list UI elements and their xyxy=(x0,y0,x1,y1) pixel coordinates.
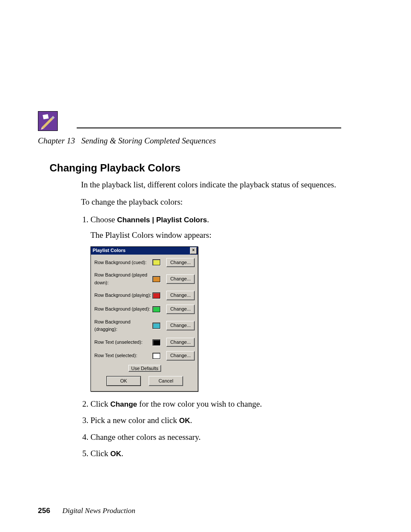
book-title: Digital News Production xyxy=(62,507,135,515)
color-row-dragging: Row Background (dragging): Change... xyxy=(94,318,195,333)
row-label: Row Background (played): xyxy=(94,305,153,313)
change-button[interactable]: Change... xyxy=(166,321,195,330)
cancel-button[interactable]: Cancel xyxy=(149,376,183,386)
playlist-colors-dialog: Playlist Colors × Row Background (cued):… xyxy=(90,246,198,392)
step-1-sublabel: The Playlist Colors window appears: xyxy=(90,229,348,242)
use-defaults-button[interactable]: Use Defaults xyxy=(128,365,162,372)
page-number: 256 xyxy=(38,507,50,515)
intro-paragraph: In the playback list, different colors i… xyxy=(81,178,348,191)
step-1: Choose Channels | Playlist Colors. The P… xyxy=(90,213,348,392)
lead-in-paragraph: To change the playback colors: xyxy=(81,196,348,208)
ok-button[interactable]: OK xyxy=(106,376,141,386)
color-swatch xyxy=(153,323,160,329)
step-5: Click OK. xyxy=(90,447,348,460)
step-3: Pick a new color and click OK. xyxy=(90,414,348,427)
change-button[interactable]: Change... xyxy=(166,291,195,300)
chapter-icon xyxy=(38,111,58,131)
header-rule xyxy=(77,128,341,128)
dialog-titlebar: Playlist Colors × xyxy=(91,247,198,255)
color-swatch xyxy=(153,259,160,265)
chapter-number: Chapter 13 xyxy=(38,136,75,145)
color-row-playing: Row Background (playing): Change... xyxy=(94,291,195,300)
step-2: Click Change for the row color you wish … xyxy=(90,398,348,411)
svg-marker-4 xyxy=(43,114,49,119)
color-swatch xyxy=(153,306,160,312)
color-swatch xyxy=(153,292,160,299)
chapter-title: Sending & Storing Completed Sequences xyxy=(81,136,216,145)
color-swatch xyxy=(153,339,160,345)
color-row-played: Row Background (played): Change... xyxy=(94,305,195,314)
change-button[interactable]: Change... xyxy=(166,258,195,268)
row-label: Row Text (unselected): xyxy=(94,339,153,346)
dialog-title: Playlist Colors xyxy=(93,247,125,255)
step-4: Change other colors as necessary. xyxy=(90,431,348,444)
change-button[interactable]: Change... xyxy=(166,274,195,284)
row-label: Row Background (dragging): xyxy=(94,318,153,333)
change-button[interactable]: Change... xyxy=(166,351,195,361)
color-swatch xyxy=(153,276,160,282)
color-swatch xyxy=(153,353,160,359)
color-row-cued: Row Background (cued): Change... xyxy=(94,258,195,268)
chapter-line: Chapter 13 Sending & Storing Completed S… xyxy=(38,136,216,146)
color-row-text-selected: Row Text (selected): Change... xyxy=(94,351,195,361)
page-footer: 256 Digital News Production xyxy=(38,507,135,515)
section-heading: Changing Playback Colors xyxy=(50,162,181,174)
change-button[interactable]: Change... xyxy=(166,338,195,347)
row-label: Row Background (cued): xyxy=(94,259,153,267)
row-label: Row Background (playing): xyxy=(94,292,153,299)
change-button[interactable]: Change... xyxy=(166,305,195,314)
steps-list: Choose Channels | Playlist Colors. The P… xyxy=(81,213,348,460)
row-label: Row Background (played down): xyxy=(94,271,153,286)
row-label: Row Text (selected): xyxy=(94,352,153,360)
close-icon[interactable]: × xyxy=(190,247,197,254)
color-row-text-unselected: Row Text (unselected): Change... xyxy=(94,338,195,347)
color-row-played-down: Row Background (played down): Change... xyxy=(94,271,195,286)
